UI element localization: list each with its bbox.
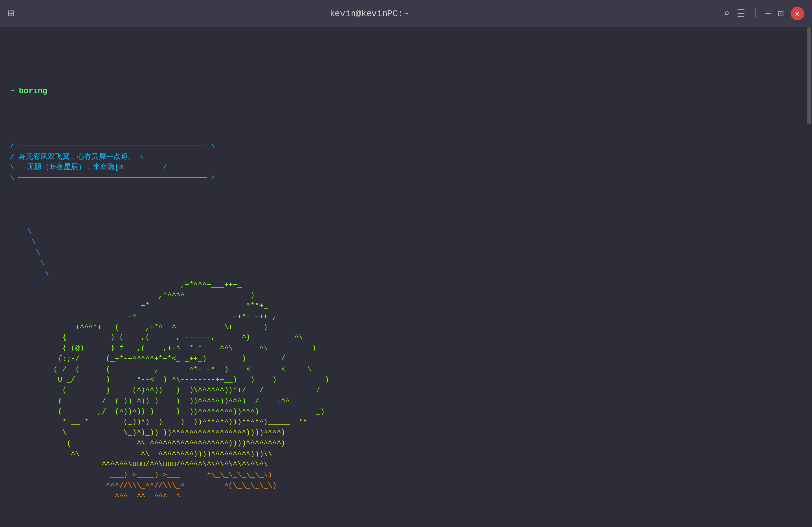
scrollbar[interactable] — [807, 27, 811, 527]
titlebar-left: ⊞ — [8, 7, 14, 20]
window-title: kevin@kevinPC:~ — [330, 9, 408, 18]
scrollbar-thumb[interactable] — [807, 27, 811, 124]
poem-line-1: / 身无彩凤双飞翼，心有灵犀一点通。 \ — [10, 153, 144, 161]
poem-line-border-top: / ──────────────────────────────────────… — [10, 142, 215, 151]
menu-icon[interactable]: ☰ — [737, 7, 745, 19]
main-content: ~ boring / ─────────────────────────────… — [6, 63, 806, 527]
restore-icon[interactable]: ⊡ — [778, 7, 784, 19]
poem-line-2: \ --无题（昨夜星辰），李商隐[m / — [10, 163, 167, 172]
titlebar: ⊞ kevin@kevinPC:~ ⌕ ☰ | — ⊡ ✕ — [0, 0, 812, 27]
prompt-tilde: ~ — [10, 87, 15, 96]
poem-box: / ──────────────────────────────────────… — [10, 131, 802, 184]
close-button[interactable]: ✕ — [791, 7, 804, 20]
terminal-body: ~ boring / ─────────────────────────────… — [0, 27, 812, 527]
search-icon[interactable]: ⌕ — [724, 7, 730, 19]
command-text: boring — [19, 87, 47, 96]
pin-icon[interactable]: ⊞ — [8, 7, 14, 20]
poem-line-border-bottom: \ ──────────────────────────────────────… — [10, 174, 215, 182]
titlebar-center: kevin@kevinPC:~ — [14, 9, 724, 18]
ascii-art: \ \ \ \ \ ,+*^^^+___+++_ ,*^^^^ ) +* — [10, 216, 802, 512]
prompt-line: ~ boring — [10, 86, 802, 97]
separator: | — [752, 7, 759, 19]
minimize-icon[interactable]: — — [765, 8, 771, 19]
titlebar-right: ⌕ ☰ | — ⊡ ✕ — [724, 7, 804, 20]
